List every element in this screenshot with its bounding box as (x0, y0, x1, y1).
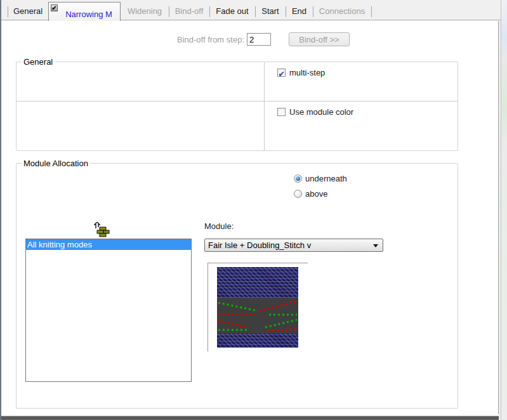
check-icon: ✔ (51, 4, 58, 11)
window-bottom-bar (1, 416, 499, 420)
tab-fade-out[interactable]: Fade out (209, 5, 255, 18)
stitch-symbol-band (217, 298, 298, 334)
tab-narrowing-m[interactable]: ✔ Narrowing M (48, 2, 121, 21)
check-icon: ✔ (278, 70, 284, 79)
underneath-radio[interactable] (294, 174, 302, 183)
window-right-border (498, 21, 499, 414)
tab-widening[interactable]: Widening (121, 5, 169, 18)
bindoff-step-input[interactable] (247, 33, 271, 46)
tab-bind-off[interactable]: Bind-off (169, 5, 209, 18)
module-allocation-title: Module Allocation (22, 159, 90, 168)
background-strip (501, 0, 507, 420)
divider (16, 101, 458, 102)
tab-separator (371, 6, 372, 17)
tab-start[interactable]: Start (255, 5, 286, 18)
divider (264, 62, 265, 150)
knitting-modes-list[interactable]: All knitting modes (25, 239, 192, 382)
knit-band (217, 267, 298, 298)
tab-narrowing-m-label: Narrowing M (58, 10, 120, 19)
module-allocation-groupbox: Module Allocation underneath above All k… (16, 163, 458, 409)
dialog-window: General ✔ Narrowing M Widening Bind-off … (0, 0, 507, 420)
use-module-color-label: Use module color (289, 108, 353, 117)
module-dropdown[interactable]: Fair Isle + Doubling_Stitch v (204, 239, 383, 252)
knit-band (217, 334, 298, 348)
allocate-module-icon[interactable] (94, 222, 110, 237)
window-right-border (501, 0, 501, 420)
tab-end[interactable]: End (286, 5, 313, 18)
bindoff-from-step-label: Bind-off from step: (127, 35, 244, 44)
underneath-label: underneath (305, 174, 347, 183)
use-module-color-checkbox[interactable] (277, 108, 286, 116)
above-label: above (305, 190, 327, 199)
chevron-down-icon (373, 244, 378, 247)
general-groupbox: General ✔ multi-step Use module color (16, 62, 458, 151)
bindoff-button[interactable]: Bind-off >> (289, 32, 350, 46)
multi-step-checkbox[interactable]: ✔ (277, 69, 286, 77)
tab-bar: General ✔ Narrowing M Widening Bind-off … (1, 0, 501, 20)
tab-connections[interactable]: Connections (313, 5, 371, 18)
module-label: Module: (204, 221, 234, 231)
general-group-title: General (22, 57, 55, 67)
tab-general[interactable]: General (8, 5, 48, 18)
module-preview-frame (207, 263, 308, 351)
module-dropdown-value: Fair Isle + Doubling_Stitch v (208, 240, 311, 250)
above-radio[interactable] (294, 190, 302, 198)
multi-step-label: multi-step (289, 69, 325, 77)
list-item[interactable]: All knitting modes (26, 239, 191, 250)
module-preview-image (217, 267, 298, 348)
window-left-border (0, 0, 1, 420)
